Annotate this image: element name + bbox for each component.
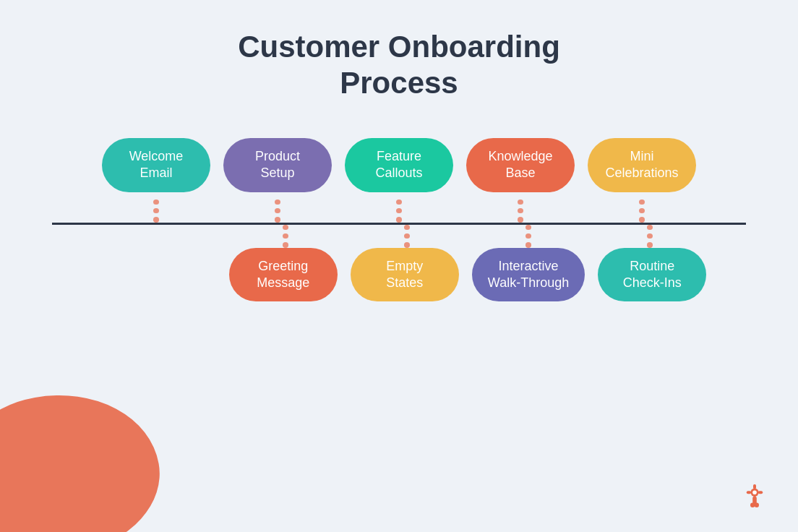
bottom-dot-col-1 — [231, 225, 340, 248]
node-product-setup: ProductSetup — [223, 138, 332, 192]
node-empty-states: EmptyStates — [351, 248, 459, 302]
node-knowledge-base: KnowledgeBase — [466, 138, 575, 192]
dot-col-5 — [588, 200, 696, 223]
dot — [283, 233, 288, 239]
dots-3 — [396, 200, 402, 223]
decorative-blob — [0, 378, 171, 532]
node-routine-checkins: RoutineCheck-Ins — [598, 248, 706, 302]
node-greeting-message: GreetingMessage — [229, 248, 338, 302]
bottom-dots-3 — [525, 225, 531, 248]
svg-point-7 — [750, 503, 755, 507]
dot — [525, 242, 531, 247]
horizontal-divider — [52, 223, 746, 225]
dots-1 — [153, 200, 159, 223]
bottom-dots-area — [94, 225, 704, 248]
dot — [639, 200, 645, 205]
top-dots-area — [102, 200, 696, 223]
dot — [525, 233, 531, 239]
dot — [404, 225, 410, 230]
dot-col-1 — [102, 200, 210, 223]
dot — [153, 208, 159, 213]
svg-rect-2 — [753, 484, 756, 489]
node-feature-callouts: FeatureCallouts — [345, 138, 453, 192]
bottom-dot-col-2 — [353, 225, 461, 248]
dot — [518, 200, 523, 205]
dot — [404, 233, 410, 239]
hubspot-logo — [740, 481, 769, 510]
dot — [639, 217, 645, 222]
node-mini-celebrations: MiniCelebrations — [588, 138, 696, 192]
dots-5 — [639, 200, 645, 223]
svg-point-1 — [752, 490, 757, 494]
dot-col-2 — [223, 200, 332, 223]
bottom-dots-1 — [283, 225, 288, 248]
main-container: Customer Onboarding Process WelcomeEmail… — [0, 0, 798, 532]
dot — [396, 208, 402, 213]
dot — [275, 200, 280, 205]
dot-col-3 — [345, 200, 453, 223]
dot — [283, 242, 288, 247]
node-interactive-walkthrough: InteractiveWalk-Through — [472, 248, 585, 302]
svg-rect-5 — [747, 491, 751, 494]
dot — [275, 208, 280, 213]
dot — [153, 200, 159, 205]
top-nodes-row: WelcomeEmail ProductSetup FeatureCallout… — [102, 138, 696, 192]
dot — [275, 217, 280, 222]
dot — [518, 217, 523, 222]
bottom-dot-col-4 — [596, 225, 704, 248]
svg-rect-4 — [758, 491, 763, 494]
dot — [518, 208, 523, 213]
dot — [647, 233, 653, 239]
bottom-dots-4 — [647, 225, 653, 248]
dot — [639, 208, 645, 213]
bottom-dots-2 — [404, 225, 410, 248]
dot — [396, 200, 402, 205]
dot — [647, 242, 653, 247]
dot — [647, 225, 653, 230]
dot — [153, 217, 159, 222]
dots-4 — [518, 200, 523, 223]
dot — [525, 225, 531, 230]
dot — [404, 242, 410, 247]
node-welcome-email: WelcomeEmail — [102, 138, 210, 192]
dot — [396, 217, 402, 222]
dots-2 — [275, 200, 280, 223]
bottom-nodes-row: GreetingMessage EmptyStates InteractiveW… — [92, 248, 706, 302]
svg-point-8 — [755, 503, 759, 507]
page-title: Customer Onboarding Process — [238, 29, 560, 102]
dot — [283, 225, 288, 230]
dot-col-4 — [466, 200, 575, 223]
bottom-dot-col-3 — [474, 225, 583, 248]
